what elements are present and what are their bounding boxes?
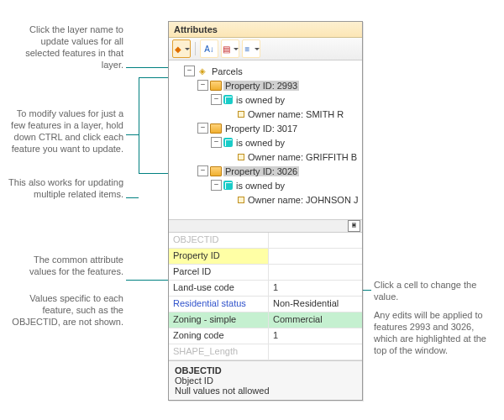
- relation-label: is owned by: [234, 181, 286, 191]
- field-info-panel: OBJECTID Object ID Null values not allow…: [169, 360, 362, 400]
- list-button[interactable]: ≡: [242, 39, 260, 58]
- attribute-grid: OBJECTID Property ID Parcel ID Land-use …: [169, 233, 362, 360]
- field-value[interactable]: 1: [269, 281, 362, 296]
- sort-icon: A↓: [203, 43, 215, 55]
- tree-owner[interactable]: Owner name: JOHNSON J: [171, 192, 360, 207]
- owner-label: Owner name: SMITH R: [246, 109, 345, 119]
- field-name: SHAPE_Length: [169, 344, 269, 360]
- window-title: Attributes: [169, 22, 362, 38]
- field-value[interactable]: Commercial: [269, 312, 362, 328]
- annotation: Values specific to each feature, such as…: [8, 292, 123, 328]
- field-name: OBJECTID: [169, 233, 269, 248]
- tree-root[interactable]: − ◈ Parcels: [171, 64, 360, 78]
- info-header: OBJECTID: [175, 365, 356, 375]
- layers-icon: ▤: [222, 43, 231, 55]
- grid-row: Zoning - simpleCommercial: [169, 312, 362, 328]
- feature-label: Property ID: 3026: [223, 166, 299, 176]
- field-name: Parcel ID: [169, 265, 269, 280]
- relation-icon: [223, 181, 233, 190]
- field-value[interactable]: [269, 249, 362, 264]
- annotation: The common attribute values for the feat…: [8, 254, 123, 277]
- relation-icon: [223, 138, 233, 147]
- field-value[interactable]: Non-Residential: [269, 297, 362, 312]
- record-icon: [238, 111, 244, 118]
- field-name: Zoning code: [169, 328, 269, 344]
- grid-row: Residential statusNon-Residential: [169, 297, 362, 312]
- tree-feature[interactable]: − Property ID: 3026: [171, 164, 360, 178]
- tree-feature[interactable]: − Property ID: 3017: [171, 121, 360, 135]
- grid-header: ▣: [169, 219, 362, 233]
- layer-label: Parcels: [210, 66, 244, 76]
- annotation: Click a cell to change the value.: [374, 279, 491, 302]
- tree-owner[interactable]: Owner name: SMITH R: [171, 107, 360, 121]
- expand-icon[interactable]: −: [211, 137, 222, 148]
- attributes-window: Attributes ◆ A↓ ▤ ≡ − ◈ Parcels − Proper…: [168, 21, 363, 401]
- grid-row: SHAPE_Length: [169, 344, 362, 360]
- field-value[interactable]: [269, 265, 362, 280]
- separator: [195, 42, 196, 55]
- field-name: Property ID: [169, 249, 269, 264]
- layer-icon: ◈: [197, 66, 208, 77]
- feature-tree: − ◈ Parcels − Property ID: 2993 − is own…: [169, 60, 362, 219]
- field-value[interactable]: [269, 233, 362, 248]
- annotation: This also works for updating multiple re…: [8, 176, 123, 200]
- field-name: Residential status: [169, 297, 269, 312]
- field-name: Zoning - simple: [169, 312, 269, 328]
- record-icon: [238, 197, 244, 203]
- field-name: Land-use code: [169, 281, 269, 296]
- sort-button[interactable]: A↓: [200, 39, 218, 58]
- record-icon: [238, 154, 244, 160]
- relation-label: is owned by: [234, 138, 286, 148]
- owner-label: Owner name: JOHNSON J: [246, 195, 360, 205]
- relation-icon: [223, 95, 233, 104]
- table-icon: [210, 166, 222, 176]
- tree-relation[interactable]: − is owned by: [171, 92, 360, 107]
- expand-icon[interactable]: −: [197, 123, 208, 134]
- expand-icon[interactable]: −: [211, 180, 222, 191]
- feature-label: Property ID: 3017: [223, 123, 299, 134]
- owner-label: Owner name: GRIFFITH B: [246, 152, 359, 162]
- feature-label: Property ID: 2993: [223, 81, 299, 91]
- expand-icon[interactable]: −: [184, 66, 195, 76]
- relation-label: is owned by: [234, 95, 286, 105]
- list-icon: ≡: [243, 43, 252, 55]
- field-value[interactable]: 1: [269, 328, 362, 344]
- annotation: To modify values for just a few features…: [8, 108, 123, 155]
- annotation: Click the layer name to update values fo…: [8, 24, 123, 71]
- tree-owner[interactable]: Owner name: GRIFFITH B: [171, 150, 360, 164]
- tree-relation[interactable]: − is owned by: [171, 178, 360, 192]
- layers-button[interactable]: ▤: [221, 39, 239, 58]
- grid-toggle-button[interactable]: ▣: [348, 220, 360, 232]
- field-value[interactable]: [269, 344, 362, 360]
- info-line: Object ID: [175, 375, 356, 386]
- expand-icon[interactable]: −: [197, 165, 208, 176]
- tree-feature[interactable]: − Property ID: 2993: [171, 78, 360, 92]
- table-icon: [210, 81, 222, 91]
- table-icon: [210, 123, 222, 134]
- grid-row: OBJECTID: [169, 233, 362, 249]
- tree-relation[interactable]: − is owned by: [171, 135, 360, 150]
- toolbar: ◆ A↓ ▤ ≡: [169, 38, 362, 60]
- info-line: Null values not allowed: [175, 386, 356, 396]
- grid-row: Property ID: [169, 249, 362, 265]
- grid-row: Parcel ID: [169, 265, 362, 281]
- grid-row: Zoning code1: [169, 328, 362, 344]
- expand-icon[interactable]: −: [211, 94, 222, 105]
- expand-icon[interactable]: −: [197, 80, 208, 91]
- diamond-nav-icon: ◆: [173, 43, 182, 55]
- grid-row: Land-use code1: [169, 281, 362, 297]
- annotation: Any edits will be applied to features 29…: [374, 309, 491, 356]
- diamond-nav-button[interactable]: ◆: [172, 39, 191, 58]
